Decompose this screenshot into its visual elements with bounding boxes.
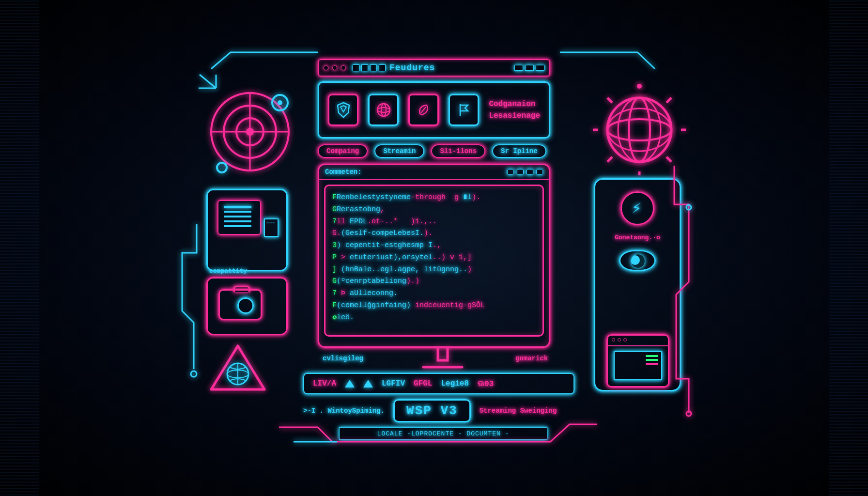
tile-label-a: Codganaion — [489, 100, 540, 108]
storm-globe-icon — [620, 191, 654, 225]
terminal-title: Commeten: — [325, 168, 362, 176]
logo-2: GFGL — [414, 379, 432, 388]
svg-point-20 — [686, 411, 691, 416]
eye-icon — [619, 250, 656, 271]
left-panel-screen — [206, 189, 288, 271]
svg-point-13 — [607, 119, 671, 140]
tab-0[interactable]: Compaing — [318, 144, 368, 158]
wsp-right: Streaming Sweinging — [480, 407, 557, 415]
svg-point-18 — [191, 371, 197, 377]
terminal-titlebar: Commeten: — [319, 165, 549, 180]
svg-point-11 — [217, 163, 227, 172]
logo-bar: LIV/A LGFIV GFGL Legie8 ଊ03 — [303, 373, 574, 394]
svg-point-12 — [607, 98, 671, 162]
tab-3[interactable]: Sr Ipline — [492, 144, 546, 158]
logo-4: ଊ03 — [478, 379, 494, 388]
triangle-icon — [363, 380, 373, 388]
monitor-stand-icon — [414, 348, 472, 374]
logo-0: LIV/A — [313, 379, 336, 388]
floor-label-right: gomarick — [515, 355, 548, 362]
camera-icon — [218, 289, 262, 320]
tab-1[interactable]: Streamin — [374, 144, 424, 158]
triangle-icon — [345, 380, 355, 388]
svg-point-15 — [629, 98, 650, 162]
tab-2[interactable]: Sli-1lons — [431, 144, 485, 158]
svg-point-0 — [377, 104, 390, 116]
radar-icon — [197, 74, 303, 183]
svg-point-17 — [637, 84, 642, 89]
tile-globe-icon[interactable] — [368, 94, 399, 126]
mini-browser-icon — [606, 334, 669, 388]
right-panel-label: Gonetaong.·o — [615, 234, 660, 241]
wsp-left: >-I . WintoySpiming. — [303, 407, 385, 415]
terminal-window: Commeten: FRenbelestystyneme-through g ∎… — [318, 164, 550, 348]
logo-1: LGFIV — [382, 379, 405, 388]
circuit-top-icon — [211, 49, 657, 76]
floor-label-left: cvlisgileg — [323, 355, 363, 362]
svg-point-2 — [381, 104, 386, 116]
terminal-body[interactable]: FRenbelestystyneme-through g ∎l).GRerast… — [324, 185, 544, 337]
left-panel-camera — [206, 277, 288, 335]
tile-flag-icon[interactable] — [449, 94, 479, 126]
feature-tiles: Codganaion Lesasienage — [318, 81, 550, 139]
logo-3: Legie8 — [441, 379, 469, 388]
circuit-trace-icon — [669, 166, 703, 420]
svg-point-1 — [377, 108, 390, 112]
svg-point-10 — [278, 100, 282, 105]
circuit-trace-icon — [172, 224, 202, 381]
svg-point-14 — [607, 108, 671, 151]
page-icon — [264, 218, 279, 237]
tile-label-b: Lesasienage — [489, 111, 540, 120]
warning-icon — [206, 342, 269, 398]
terminal-window-buttons[interactable] — [507, 169, 543, 175]
compat-label: compattity — [209, 267, 247, 275]
tile-leaf-icon[interactable] — [408, 94, 439, 126]
tile-shield-icon[interactable] — [328, 94, 358, 126]
circuit-corner-icon — [279, 418, 599, 454]
tab-bar: Compaing Streamin Sli-1lons Sr Ipline — [318, 144, 546, 158]
svg-point-16 — [618, 98, 661, 162]
mini-screen-icon — [217, 200, 261, 235]
